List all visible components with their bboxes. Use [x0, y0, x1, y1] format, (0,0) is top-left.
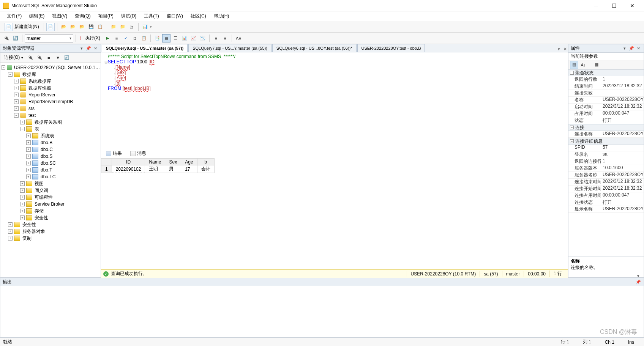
cell-id[interactable]: 2022090102	[112, 165, 145, 173]
menu-community[interactable]: 社区(C)	[188, 12, 209, 20]
tree-security-db[interactable]: +安全性	[0, 214, 101, 221]
prop-row[interactable]: 状态打开	[568, 117, 644, 124]
menu-tools[interactable]: 工具(T)	[141, 12, 162, 20]
results-to-grid-icon[interactable]: ▦	[162, 34, 170, 42]
prop-row[interactable]: 连接失败	[568, 90, 644, 97]
stop-icon[interactable]: ■	[112, 34, 121, 42]
menu-view[interactable]: 视图(V)	[49, 12, 70, 20]
tab-sqlquery6[interactable]: SQLQuery6.sql - US...8OY.test (sa (56))*	[272, 44, 357, 52]
tab-sqlquery8[interactable]: SQLQuery8.sql - US...Y.master (sa (57))	[102, 44, 188, 52]
tree-reportserver[interactable]: +ReportServer	[0, 91, 101, 98]
property-pages-icon[interactable]: ▦	[592, 61, 601, 69]
panel-close-icon[interactable]: ✕	[635, 46, 641, 52]
tree-replication[interactable]: +复制	[0, 235, 101, 242]
execute-button[interactable]: 执行(X)	[83, 34, 103, 42]
prop-row[interactable]: 连接开始时间2022/3/12 18:32:32	[568, 186, 644, 192]
close-button[interactable]: ✕	[623, 0, 641, 11]
tree-test-db[interactable]: −test	[0, 112, 101, 119]
cell-b[interactable]: 会计	[197, 165, 214, 173]
indent-left-icon[interactable]: ≡	[212, 34, 220, 42]
cell-sex[interactable]: 男	[165, 165, 181, 173]
toolbar-btn-f[interactable]: 📉	[199, 34, 207, 42]
prop-cat-connection[interactable]: −连接	[568, 124, 644, 131]
menu-debug[interactable]: 调试(D)	[118, 12, 140, 20]
prop-row[interactable]: 显示名称USER-20220228OY	[568, 206, 644, 213]
properties-object[interactable]: 当前连接参数	[568, 53, 644, 60]
alphabetical-icon[interactable]: A↓	[579, 61, 587, 69]
oe-btn-filter[interactable]: ▼	[54, 53, 62, 62]
tree-table-tc[interactable]: +dbo.TC	[0, 173, 101, 180]
tree-table-c[interactable]: +dbo.C	[0, 146, 101, 153]
prop-row[interactable]: 连接结束时间2022/3/12 18:32:32	[568, 179, 644, 186]
toolbar-btn-b[interactable]: 📋	[140, 34, 148, 42]
col-id[interactable]: ID	[112, 159, 145, 165]
oe-btn-2[interactable]: 🔌	[35, 53, 44, 62]
pin-icon[interactable]: 📌	[635, 279, 641, 285]
tabs-dropdown-icon[interactable]: ▾	[556, 46, 562, 52]
tree-table-t[interactable]: +dbo.T	[0, 167, 101, 173]
prop-cat-conndetail[interactable]: −连接详细信息	[568, 138, 644, 145]
prop-row[interactable]: 连接占用时间00:00:00.047	[568, 192, 644, 199]
prop-row[interactable]: 连接名称USER-20220228OY (	[568, 131, 644, 138]
toolbar-btn-6[interactable]: 🗂	[128, 23, 136, 31]
prop-row[interactable]: 服务器名称USER-20220228OY	[568, 172, 644, 179]
categorized-icon[interactable]: ▤	[570, 61, 578, 69]
tree-srs-db[interactable]: +srs	[0, 105, 101, 112]
toolbar-btn-saveall[interactable]: 📋	[96, 23, 104, 31]
toolbar-btn-4[interactable]: 📁	[109, 23, 118, 31]
col-b[interactable]: b	[197, 159, 214, 165]
toolbar-btn-e[interactable]: 📈	[189, 34, 198, 42]
tree-diagram[interactable]: +数据库关系图	[0, 119, 101, 126]
tree-dbsnap[interactable]: +数据库快照	[0, 85, 101, 91]
tree-sysdb[interactable]: +系统数据库	[0, 78, 101, 85]
results-tab[interactable]: 结果	[103, 149, 125, 158]
tab-dbob[interactable]: USER-20220228OY.test - dbo.B	[357, 44, 425, 52]
tree-server-objects[interactable]: +服务器对象	[0, 228, 101, 235]
toolbar-change-conn-icon[interactable]: 🔄	[11, 34, 20, 42]
tree-systables[interactable]: +系统表	[0, 132, 101, 139]
comment-icon[interactable]: A≡	[234, 34, 243, 42]
toolbar-btn-a[interactable]: 🗒	[131, 34, 139, 42]
toolbar-btn-7[interactable]: 📊	[141, 23, 149, 31]
pin-icon[interactable]: 📌	[628, 46, 635, 52]
panel-dropdown-icon[interactable]: ▾	[635, 273, 641, 279]
tree-databases[interactable]: −数据库	[0, 71, 101, 78]
toolbar-btn-open[interactable]: 📂	[60, 23, 68, 31]
toolbar-btn-d[interactable]: 📊	[180, 34, 189, 42]
cell-age[interactable]: 17	[181, 165, 197, 173]
menu-file[interactable]: 文件(F)	[4, 12, 25, 20]
toolbar-btn-c[interactable]: 📑	[153, 34, 161, 42]
col-name[interactable]: Name	[145, 159, 165, 165]
prop-row[interactable]: 名称USER-20220228OY	[568, 97, 644, 104]
panel-dropdown-icon[interactable]: ▾	[622, 46, 628, 52]
parse-check-icon[interactable]: ✓	[122, 34, 130, 42]
col-age[interactable]: Age	[181, 159, 197, 165]
menu-query[interactable]: 查询(Q)	[72, 12, 93, 20]
output-body[interactable]	[0, 286, 644, 337]
connect-button[interactable]: 连接(O) ▾	[2, 53, 25, 61]
new-query-button[interactable]: 📄 新建查询(N)	[2, 22, 41, 32]
menu-help[interactable]: 帮助(H)	[211, 12, 232, 20]
minimize-button[interactable]: ─	[587, 0, 605, 11]
tree-tables[interactable]: −表	[0, 126, 101, 132]
indent-right-icon[interactable]: ≡	[221, 34, 229, 42]
prop-row[interactable]: 启动时间2022/3/12 18:32:32	[568, 104, 644, 110]
prop-row[interactable]: 返回的行数1	[568, 76, 644, 83]
tree-synonyms[interactable]: +同义词	[0, 187, 101, 194]
messages-tab[interactable]: 消息	[127, 149, 150, 158]
oe-btn-1[interactable]: 🔌	[26, 53, 35, 62]
results-grid[interactable]: ID Name Sex Age b 1 2022090102 王明 男 17 会…	[101, 158, 568, 269]
col-sex[interactable]: Sex	[165, 159, 181, 165]
prop-row[interactable]: SPID57	[568, 145, 644, 151]
toolbar-btn-3[interactable]: 📂	[78, 23, 86, 31]
tree-service-broker[interactable]: +Service Broker	[0, 201, 101, 208]
tab-sqlquery7[interactable]: SQLQuery7.sql - US...Y.master (sa (55))	[188, 44, 271, 52]
object-tree[interactable]: −USER-20220228OY (SQL Server 10.0.1… −数据…	[0, 63, 101, 277]
tree-reportservertemp[interactable]: +ReportServerTempDB	[0, 98, 101, 105]
toolbar-connect-icon[interactable]: 🔌	[2, 34, 11, 42]
tree-table-b[interactable]: +dbo.B	[0, 139, 101, 146]
toolbar-btn-1[interactable]: 📄	[46, 23, 55, 31]
prop-row[interactable]: 占用时间00:00:00.047	[568, 110, 644, 117]
prop-row[interactable]: 服务器版本10.0.1600	[568, 165, 644, 172]
prop-row[interactable]: 连接状态打开	[568, 199, 644, 206]
